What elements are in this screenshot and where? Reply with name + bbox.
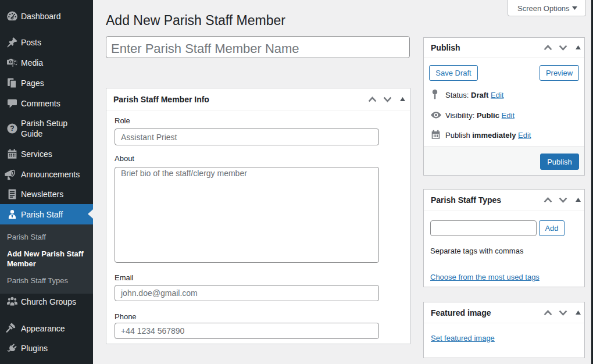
svg-text:?: ? [10, 124, 14, 133]
